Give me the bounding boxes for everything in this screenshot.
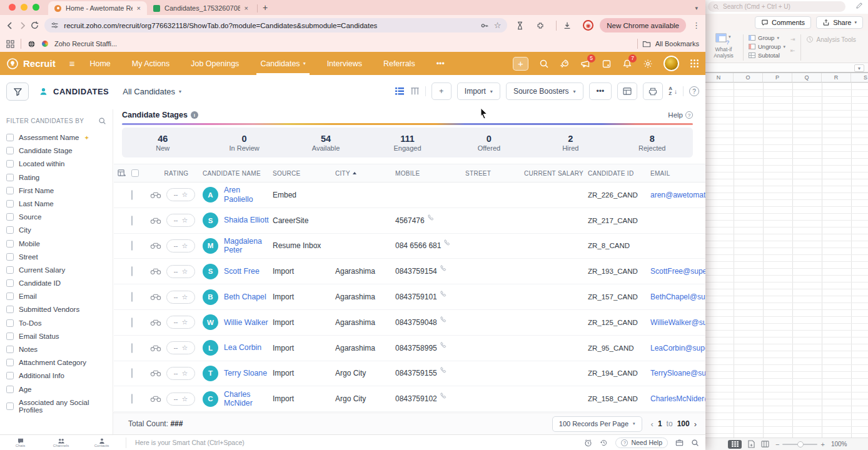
quick-view-binoculars-icon[interactable] (150, 293, 161, 301)
recruit-logo[interactable]: Recruit (6, 58, 56, 70)
rating-control[interactable]: --☆ (166, 316, 195, 329)
column-letter[interactable]: Q (792, 73, 822, 82)
checkbox[interactable] (6, 279, 14, 287)
sort-az-icon[interactable]: AZ (669, 86, 672, 96)
filter-item[interactable]: Associated any Social Profiles (6, 399, 106, 414)
zoom-in-icon[interactable]: + (820, 441, 824, 448)
comments-button[interactable]: Comments (755, 16, 811, 29)
nav-item[interactable]: Referrals (383, 52, 415, 75)
back-icon[interactable] (5, 21, 15, 31)
email-link[interactable]: BethChapel@supe (650, 292, 705, 301)
filter-item[interactable]: City (6, 226, 106, 234)
checkbox[interactable] (6, 134, 14, 141)
rating-control[interactable]: --☆ (166, 214, 195, 227)
candidate-name-link[interactable]: Charles McNider (224, 390, 269, 408)
share-button[interactable]: Share ▾ (816, 16, 863, 29)
quick-add-button[interactable]: + (513, 57, 528, 71)
sheet-search-input[interactable]: Search (Cmd + Ctrl + U) (708, 1, 845, 12)
phone-icon[interactable] (440, 265, 447, 272)
gear-icon[interactable] (643, 59, 653, 69)
email-link[interactable]: WillieWalker@supe (650, 318, 705, 327)
sheet-column-headers[interactable]: NOPQRS (704, 73, 868, 82)
star-icon[interactable]: ☆ (181, 191, 188, 199)
checkbox[interactable] (6, 226, 14, 234)
browser-menu-icon[interactable]: ⋮ (692, 21, 700, 30)
rating-control[interactable]: --☆ (166, 188, 195, 201)
group-button[interactable]: Group▾ (749, 34, 785, 41)
candidate-name-link[interactable]: Willie Walker (224, 318, 268, 328)
checkbox[interactable] (6, 386, 14, 393)
filter-item[interactable]: Notes (6, 346, 106, 353)
candidate-row[interactable]: --☆ B Beth Chapel Import Agarashima 0843… (114, 284, 705, 310)
star-icon[interactable]: ☆ (181, 242, 188, 250)
filter-item[interactable]: Age (6, 386, 106, 393)
star-icon[interactable]: ☆ (181, 268, 188, 276)
filter-item[interactable]: First Name (6, 187, 106, 194)
quick-view-binoculars-icon[interactable] (150, 344, 161, 352)
candidate-row[interactable]: --☆ S Scott Free Import Agarashima 08437… (114, 259, 705, 284)
filter-item[interactable]: Located within (6, 160, 106, 168)
nav-item[interactable]: ••• (437, 52, 445, 75)
quick-view-binoculars-icon[interactable] (150, 395, 161, 402)
bookmark-item[interactable]: Zoho Recruit Staffi... (54, 40, 117, 48)
filter-item[interactable]: Submitted Vendors (6, 306, 106, 313)
apps-grid-icon[interactable] (6, 40, 14, 48)
next-page-icon[interactable]: › (694, 419, 697, 429)
candidate-name-link[interactable]: Magdalena Peter (224, 237, 269, 255)
phone-icon[interactable] (427, 214, 434, 221)
tune-icon[interactable] (51, 21, 59, 29)
filter-item[interactable]: Street (6, 253, 106, 261)
rating-control[interactable]: --☆ (166, 239, 195, 252)
calendar-icon[interactable] (602, 59, 612, 69)
rating-control[interactable]: --☆ (166, 367, 195, 380)
subtotal-button[interactable]: Subtotal (749, 52, 785, 59)
email-link[interactable]: ScottFree@supern (650, 267, 705, 276)
candidate-name-link[interactable]: Aren Paoliello (224, 186, 269, 204)
candidate-row[interactable]: --☆ M Magdalena Peter Resume Inbox 084 6… (114, 234, 705, 259)
rating-control[interactable]: --☆ (166, 392, 195, 406)
nav-item[interactable]: Candidates ▾ (260, 52, 305, 75)
rating-control[interactable]: --☆ (166, 341, 195, 354)
checkbox[interactable] (6, 160, 14, 168)
checkbox[interactable] (6, 253, 14, 261)
email-link[interactable]: CharlesMcNider@s (650, 394, 705, 403)
hourglass-icon[interactable] (516, 21, 530, 30)
table-settings-button[interactable] (617, 82, 637, 100)
zoom-slider[interactable]: − + (775, 441, 825, 448)
filter-item[interactable]: Source (6, 213, 106, 221)
sheet-cells-grid[interactable] (704, 82, 868, 438)
row-checkbox[interactable] (131, 292, 133, 302)
star-icon[interactable]: ☆ (181, 344, 188, 352)
column-letter[interactable]: O (734, 73, 763, 82)
filter-item[interactable]: Mobile (6, 240, 106, 248)
checkbox[interactable] (6, 359, 14, 366)
checkbox[interactable] (6, 266, 14, 274)
archive-icon[interactable] (675, 439, 684, 446)
zoom-out-icon[interactable]: − (775, 441, 779, 448)
stage-item[interactable]: 54 Available (285, 128, 366, 158)
avatar[interactable] (664, 56, 679, 71)
search-icon[interactable] (691, 439, 699, 447)
zoom-track[interactable] (782, 444, 817, 445)
close-icon[interactable]: × (137, 4, 141, 12)
star-icon[interactable]: ☆ (181, 395, 188, 403)
phone-icon[interactable] (440, 291, 447, 298)
column-letter[interactable]: N (704, 73, 734, 82)
candidate-row[interactable]: --☆ S Shaida Elliott CareerSite 4567476 (114, 208, 705, 234)
star-icon[interactable]: ☆ (181, 216, 188, 224)
column-letter[interactable]: P (763, 73, 792, 82)
need-help-button[interactable]: ? Need Help (615, 438, 668, 448)
row-checkbox[interactable] (131, 394, 133, 404)
star-icon[interactable]: ☆ (181, 293, 188, 301)
whatif-analysis-button[interactable]: ?▾ What-if Analysis (709, 33, 738, 59)
filter-item[interactable]: Attachment Category (6, 359, 106, 366)
password-key-icon[interactable] (480, 21, 489, 30)
quick-view-binoculars-icon[interactable] (150, 242, 161, 249)
quick-view-binoculars-icon[interactable] (150, 369, 161, 377)
quick-view-binoculars-icon[interactable] (150, 319, 161, 326)
checkbox[interactable] (6, 319, 14, 327)
more-actions-button[interactable]: ••• (589, 82, 612, 100)
email-link[interactable]: aren@awetomate.c (650, 191, 705, 199)
checkbox[interactable] (6, 372, 14, 379)
stage-item[interactable]: 111 Engaged (366, 128, 448, 158)
